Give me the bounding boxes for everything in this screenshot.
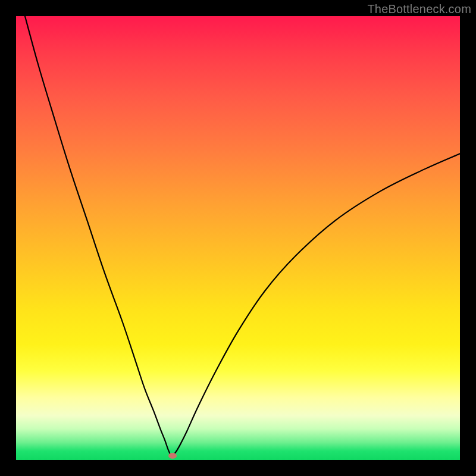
optimum-marker bbox=[168, 453, 177, 459]
chart-frame: TheBottleneck.com bbox=[0, 0, 476, 476]
bottleneck-curve bbox=[16, 16, 460, 460]
watermark-text: TheBottleneck.com bbox=[367, 2, 471, 16]
plot-area bbox=[16, 16, 460, 460]
